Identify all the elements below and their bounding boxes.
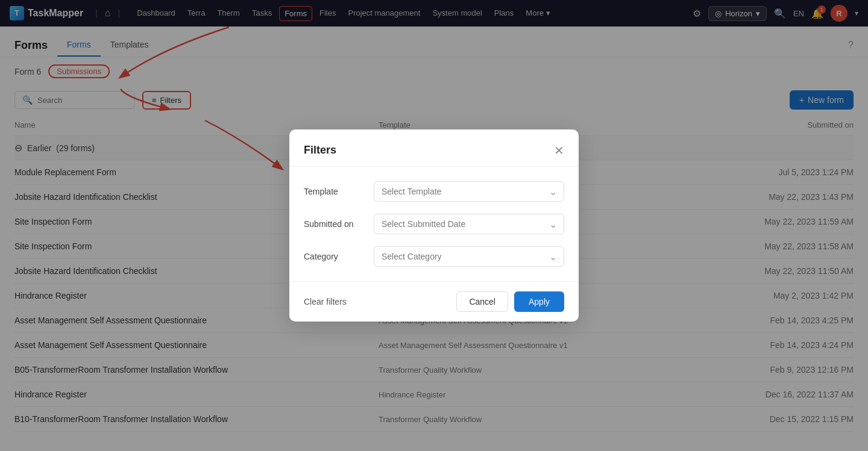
template-select[interactable]: Select Template [374, 181, 564, 202]
modal-title: Filters [304, 144, 336, 157]
submitted-select[interactable]: Select Submitted Date [374, 214, 564, 234]
clear-filters-button[interactable]: Clear filters [304, 297, 347, 306]
close-icon[interactable]: ✕ [554, 145, 564, 157]
modal-body: Template Select Template Submitted on Se… [289, 167, 579, 281]
submitted-select-wrap: Select Submitted Date [374, 214, 564, 234]
category-select[interactable]: Select Category [374, 246, 564, 267]
filter-template-label: Template [304, 187, 364, 196]
filter-submitted-label: Submitted on [304, 219, 364, 229]
filter-submitted-row: Submitted on Select Submitted Date [304, 214, 564, 234]
cancel-button[interactable]: Cancel [456, 291, 508, 312]
filter-category-row: Category Select Category [304, 246, 564, 267]
modal-header: Filters ✕ [289, 129, 579, 167]
modal-footer: Clear filters Cancel Apply [289, 281, 579, 322]
template-select-wrap: Select Template [374, 181, 564, 202]
modal-overlay[interactable]: Filters ✕ Template Select Template Submi… [0, 0, 868, 451]
apply-button[interactable]: Apply [514, 291, 564, 312]
footer-buttons: Cancel Apply [456, 291, 564, 312]
filter-category-label: Category [304, 252, 364, 261]
filters-modal: Filters ✕ Template Select Template Submi… [289, 129, 579, 322]
category-select-wrap: Select Category [374, 246, 564, 267]
filter-template-row: Template Select Template [304, 181, 564, 202]
